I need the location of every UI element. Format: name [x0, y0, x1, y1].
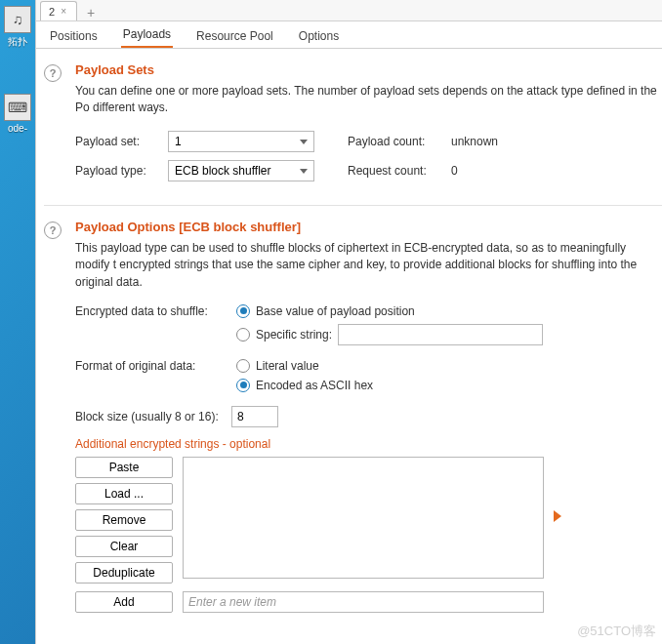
- specific-string-input[interactable]: [338, 324, 543, 345]
- request-count-label: Request count:: [348, 164, 441, 178]
- block-size-input[interactable]: [231, 406, 278, 427]
- radio-specific-label: Specific string:: [256, 328, 332, 342]
- payload-type-select-wrap: ECB block shuffler: [168, 160, 314, 181]
- tab-payloads[interactable]: Payloads: [121, 21, 173, 48]
- desktop-code-label: ode-: [0, 123, 35, 134]
- encrypted-data-label: Encrypted data to shuffle:: [75, 304, 227, 318]
- radio-ascii-hex[interactable]: [236, 379, 250, 392]
- desktop-launcher-icon[interactable]: ♫: [4, 6, 31, 33]
- add-button[interactable]: Add: [75, 591, 173, 613]
- request-count-value: 0: [451, 164, 458, 178]
- clear-button[interactable]: Clear: [75, 536, 173, 557]
- paste-button[interactable]: Paste: [75, 457, 173, 478]
- help-icon[interactable]: ?: [44, 221, 62, 239]
- deduplicate-button[interactable]: Deduplicate: [75, 562, 173, 584]
- additional-strings-area: Paste Load ... Remove Clear Deduplicate: [75, 457, 662, 584]
- app-window: 2 × + Positions Payloads Resource Pool O…: [35, 0, 662, 644]
- arrow-right-icon[interactable]: [554, 510, 561, 522]
- payload-options-desc: This payload type can be used to shuffle…: [75, 240, 662, 291]
- format-label: Format of original data:: [75, 359, 227, 373]
- music-icon: ♫: [13, 12, 23, 27]
- file-tab-label: 2: [49, 6, 55, 18]
- additional-strings-label: Additional encrypted strings - optional: [75, 437, 662, 451]
- desktop-code-icon[interactable]: ⌨: [4, 94, 31, 121]
- payload-options-section: ? Payload Options [ECB block shuffler] T…: [44, 216, 662, 628]
- payload-set-select[interactable]: 1: [168, 131, 314, 152]
- tab-options[interactable]: Options: [297, 23, 341, 48]
- remove-button[interactable]: Remove: [75, 509, 173, 531]
- payload-set-select-wrap: 1: [168, 131, 314, 152]
- load-button[interactable]: Load ...: [75, 483, 173, 504]
- file-tab-2[interactable]: 2 ×: [40, 1, 77, 20]
- payload-count-value: unknown: [451, 135, 498, 148]
- radio-ascii-label: Encoded as ASCII hex: [256, 379, 373, 392]
- keyboard-icon: ⌨: [8, 100, 27, 115]
- add-item-input[interactable]: [183, 591, 544, 613]
- radio-base-label: Base value of payload position: [256, 304, 415, 318]
- additional-strings-listbox[interactable]: [183, 457, 544, 579]
- payload-sets-title: Payload Sets: [75, 62, 662, 77]
- block-size-label: Block size (usually 8 or 16):: [75, 410, 222, 423]
- payload-type-select[interactable]: ECB block shuffler: [168, 160, 314, 181]
- close-icon[interactable]: ×: [61, 6, 66, 17]
- tab-positions[interactable]: Positions: [48, 23, 100, 48]
- tab-resource-pool[interactable]: Resource Pool: [194, 23, 275, 48]
- radio-specific-string[interactable]: [236, 328, 250, 342]
- file-tab-bar: 2 × +: [36, 0, 662, 21]
- payload-sets-desc: You can define one or more payload sets.…: [75, 83, 662, 117]
- payload-count-label: Payload count:: [348, 135, 441, 148]
- content-area: ? Payload Sets You can define one or mor…: [36, 49, 662, 628]
- desktop-launcher-label: 拓扑: [0, 35, 35, 49]
- payload-options-title: Payload Options [ECB block shuffler]: [75, 220, 662, 234]
- desktop-strip: ♫ 拓扑 ⌨ ode-: [0, 0, 35, 644]
- radio-base-value[interactable]: [236, 304, 250, 318]
- radio-literal-value[interactable]: [236, 359, 250, 373]
- help-icon[interactable]: ?: [44, 64, 62, 82]
- add-tab-button[interactable]: +: [81, 5, 101, 20]
- section-tab-bar: Positions Payloads Resource Pool Options: [36, 21, 662, 49]
- payload-set-label: Payload set:: [75, 135, 158, 148]
- payload-type-label: Payload type:: [75, 164, 158, 178]
- payload-sets-section: ? Payload Sets You can define one or mor…: [44, 59, 662, 206]
- radio-literal-label: Literal value: [256, 359, 319, 373]
